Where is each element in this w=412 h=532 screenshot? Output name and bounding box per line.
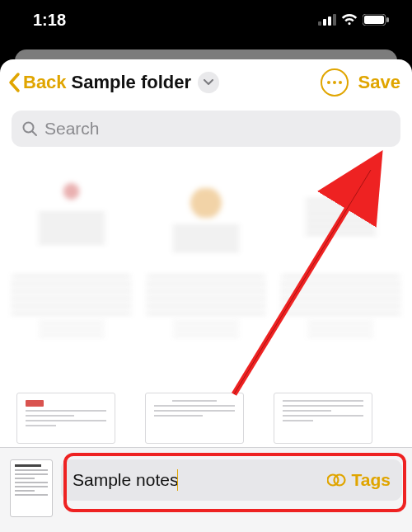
note-title bbox=[146, 275, 267, 315]
search-input[interactable]: Search bbox=[12, 111, 400, 147]
page-title: Sample folder bbox=[72, 72, 191, 93]
status-indicators bbox=[318, 14, 389, 26]
tags-button[interactable]: Tags bbox=[327, 470, 391, 490]
svg-rect-6 bbox=[386, 17, 389, 22]
note-card[interactable] bbox=[16, 163, 126, 337]
status-bar: 1:18 bbox=[0, 0, 412, 40]
svg-rect-1 bbox=[323, 19, 326, 26]
page-thumbnail[interactable] bbox=[145, 393, 244, 444]
wifi-icon bbox=[341, 14, 358, 26]
search-placeholder: Search bbox=[44, 119, 100, 139]
page-thumbnail[interactable] bbox=[274, 393, 372, 444]
svg-rect-0 bbox=[318, 21, 321, 26]
svg-line-8 bbox=[33, 132, 37, 136]
back-button[interactable]: Back bbox=[7, 72, 67, 93]
modal-sheet: Back Sample folder Save Search bbox=[0, 59, 412, 532]
document-preview-thumbnail[interactable] bbox=[10, 459, 53, 517]
note-thumbnail bbox=[286, 163, 396, 262]
bottom-toolbar: Sample notes Tags bbox=[0, 447, 412, 532]
tags-icon bbox=[327, 473, 347, 487]
note-title bbox=[280, 275, 401, 315]
svg-point-12 bbox=[334, 475, 344, 486]
svg-point-7 bbox=[24, 123, 34, 133]
svg-rect-5 bbox=[364, 16, 384, 24]
ellipsis-icon bbox=[327, 81, 342, 84]
note-title bbox=[11, 275, 132, 315]
notes-grid bbox=[0, 155, 412, 419]
note-card[interactable] bbox=[286, 163, 396, 337]
page-thumbnail[interactable] bbox=[16, 393, 115, 444]
note-thumbnail bbox=[16, 163, 126, 262]
text-caret bbox=[177, 469, 178, 491]
note-subtitle bbox=[307, 322, 373, 337]
note-name-value: Sample notes bbox=[73, 470, 178, 490]
search-icon bbox=[21, 120, 38, 137]
chevron-down-icon bbox=[204, 79, 213, 86]
note-thumbnail bbox=[151, 163, 260, 262]
folder-dropdown-button[interactable] bbox=[198, 72, 219, 93]
svg-rect-2 bbox=[328, 16, 331, 26]
tags-label: Tags bbox=[352, 470, 391, 490]
chevron-left-icon bbox=[7, 72, 23, 93]
status-time: 1:18 bbox=[33, 11, 66, 30]
battery-icon bbox=[363, 14, 389, 26]
back-label: Back bbox=[23, 72, 67, 93]
cellular-icon bbox=[318, 14, 336, 26]
note-subtitle bbox=[39, 322, 105, 337]
note-card[interactable] bbox=[151, 163, 260, 337]
more-options-button[interactable] bbox=[321, 68, 349, 97]
save-button[interactable]: Save bbox=[358, 72, 400, 93]
note-name-input[interactable]: Sample notes Tags bbox=[61, 459, 402, 501]
note-subtitle bbox=[173, 322, 239, 337]
svg-rect-3 bbox=[333, 14, 336, 26]
page-thumbnails-row bbox=[0, 393, 412, 444]
navbar: Back Sample folder Save bbox=[0, 59, 412, 106]
